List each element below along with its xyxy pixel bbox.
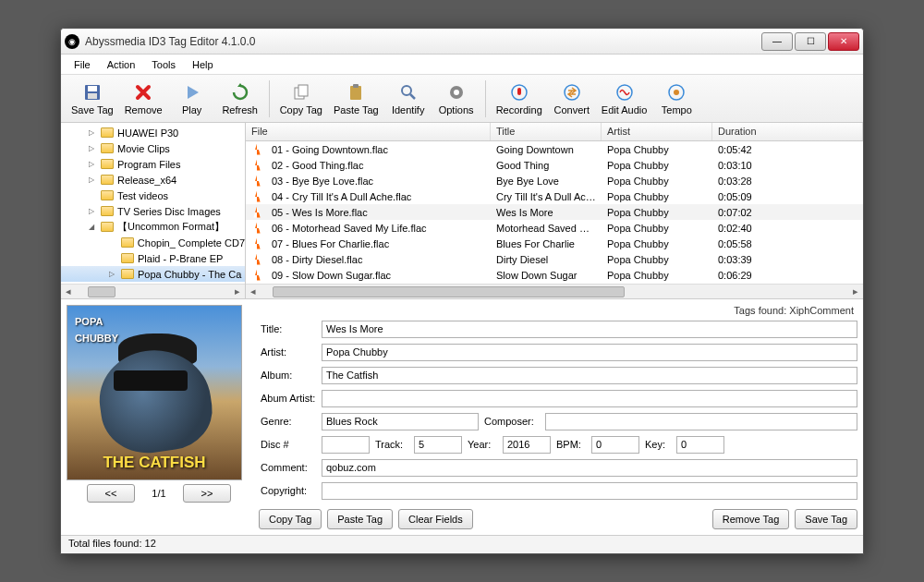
disc-field[interactable] — [322, 436, 370, 454]
gear-icon — [446, 82, 467, 103]
save-tag-button[interactable]: Save Tag — [67, 78, 118, 120]
album-art[interactable]: POPACHUBBY THE CATFISH — [67, 305, 242, 480]
remove-tag-button[interactable]: Remove Tag — [712, 509, 790, 529]
expander-icon[interactable]: ▷ — [87, 176, 95, 184]
paste-tag-button[interactable]: Paste Tag — [329, 78, 383, 120]
remove-button[interactable]: Remove — [120, 78, 167, 120]
tree-label: Plaid - P-Brane EP — [138, 253, 223, 264]
tree-item[interactable]: ▷Movie Clips — [61, 140, 245, 156]
key-field[interactable] — [676, 436, 724, 454]
scroll-left-icon[interactable]: ◂ — [246, 285, 261, 298]
refresh-button[interactable]: Refresh — [217, 78, 263, 120]
expander-icon[interactable] — [87, 191, 95, 200]
mic-icon — [509, 82, 529, 103]
table-row[interactable]: 08 - Dirty Diesel.flacDirty DieselPopa C… — [246, 251, 863, 267]
refresh-icon — [230, 82, 250, 103]
col-title[interactable]: Title — [491, 123, 602, 140]
bpm-field[interactable] — [591, 436, 639, 454]
edit-audio-button[interactable]: Edit Audio — [597, 78, 652, 120]
save-tag-form-button[interactable]: Save Tag — [795, 509, 857, 529]
album-field[interactable] — [322, 367, 857, 384]
expander-icon[interactable]: ▷ — [107, 270, 116, 278]
svg-line-8 — [410, 94, 415, 99]
title-field[interactable] — [322, 321, 857, 338]
table-row[interactable]: 09 - Slow Down Sugar.flacSlow Down Sugar… — [246, 267, 863, 283]
expander-icon[interactable] — [107, 254, 116, 262]
art-prev-button[interactable]: << — [87, 484, 135, 503]
menu-file[interactable]: File — [67, 57, 98, 72]
scroll-thumb[interactable] — [88, 286, 116, 297]
list-h-scrollbar[interactable]: ◂ ▸ — [246, 284, 863, 298]
tree-item[interactable]: ◢【Uncommon Format】 — [61, 219, 245, 235]
tree-item[interactable]: ▷Program Files — [61, 156, 245, 172]
table-row[interactable]: 06 - Motorhead Saved My Life.flacMotorhe… — [246, 220, 863, 236]
close-button[interactable]: ✕ — [828, 32, 859, 51]
copy-tag-button[interactable]: Copy Tag — [275, 78, 327, 120]
expander-icon[interactable]: ▷ — [87, 144, 95, 152]
col-duration[interactable]: Duration — [712, 123, 863, 140]
table-row[interactable]: 02 - Good Thing.flacGood ThingPopa Chubb… — [246, 157, 863, 173]
folder-tree[interactable]: ▷HUAWEI P30▷Movie Clips▷Program Files▷Re… — [61, 123, 245, 284]
col-file[interactable]: File — [246, 123, 491, 140]
identify-button[interactable]: Identify — [385, 78, 432, 120]
minimize-button[interactable]: — — [761, 32, 793, 51]
vlc-icon — [251, 223, 262, 234]
tree-h-scrollbar[interactable]: ◂ ▸ — [61, 284, 245, 298]
tree-label: Popa Chubby - The Ca — [138, 269, 241, 280]
tree-item[interactable]: Plaid - P-Brane EP — [61, 250, 245, 266]
menu-tools[interactable]: Tools — [144, 57, 183, 72]
expander-icon[interactable]: ▷ — [87, 207, 95, 215]
toolbar-sep — [269, 80, 270, 117]
file-list-pane: File Title Artist Duration 01 - Going Do… — [246, 123, 863, 298]
clear-fields-button[interactable]: Clear Fields — [398, 509, 473, 529]
expander-icon[interactable]: ◢ — [87, 223, 95, 231]
scroll-right-icon[interactable]: ▸ — [230, 285, 245, 298]
tempo-button[interactable]: Tempo — [653, 78, 699, 120]
album-artist-field[interactable] — [322, 390, 857, 407]
expander-icon[interactable] — [107, 238, 116, 247]
main-split: ▷HUAWEI P30▷Movie Clips▷Program Files▷Re… — [61, 123, 863, 299]
art-next-button[interactable]: >> — [183, 484, 231, 503]
paste-tag-button[interactable]: Paste Tag — [327, 509, 393, 529]
genre-field[interactable] — [322, 413, 479, 430]
tree-item[interactable]: ▷Release_x64 — [61, 172, 245, 188]
cell-artist: Popa Chubby — [602, 238, 712, 249]
comment-field[interactable] — [322, 459, 857, 477]
tree-item[interactable]: ▷TV Series Disc Images — [61, 203, 245, 219]
svg-point-10 — [454, 90, 459, 95]
artist-field[interactable] — [322, 344, 857, 361]
statusbar: Total files found: 12 — [61, 535, 863, 553]
copyright-field[interactable] — [322, 482, 857, 500]
expander-icon[interactable]: ▷ — [87, 160, 95, 168]
scroll-right-icon[interactable]: ▸ — [848, 285, 863, 298]
play-button[interactable]: Play — [169, 78, 215, 120]
tree-item[interactable]: Chopin_ Complete CD7 — [61, 235, 245, 250]
year-field[interactable] — [503, 436, 551, 454]
composer-field[interactable] — [545, 413, 857, 430]
col-artist[interactable]: Artist — [602, 123, 712, 140]
table-row[interactable]: 03 - Bye Bye Love.flacBye Bye LovePopa C… — [246, 173, 863, 188]
menu-help[interactable]: Help — [185, 57, 221, 72]
table-row[interactable]: 01 - Going Downtown.flacGoing DowntownPo… — [246, 141, 863, 157]
table-row[interactable]: 05 - Wes Is More.flacWes Is MorePopa Chu… — [246, 204, 863, 220]
file-list[interactable]: 01 - Going Downtown.flacGoing DowntownPo… — [246, 141, 863, 284]
menu-action[interactable]: Action — [100, 57, 143, 72]
scroll-thumb[interactable] — [273, 286, 626, 297]
maximize-button[interactable]: ☐ — [795, 32, 826, 51]
table-row[interactable]: 07 - Blues For Charlie.flacBlues For Cha… — [246, 236, 863, 251]
copy-tag-button[interactable]: Copy Tag — [259, 509, 322, 529]
track-field[interactable] — [414, 436, 462, 454]
tree-item[interactable]: ▷HUAWEI P30 — [61, 125, 245, 140]
expander-icon[interactable]: ▷ — [87, 128, 95, 137]
cell-title: Blues For Charlie — [491, 238, 602, 249]
tree-item[interactable]: Test videos — [61, 188, 245, 203]
convert-button[interactable]: Convert — [549, 78, 595, 120]
table-row[interactable]: 04 - Cry Till It's A Dull Ache.flacCry T… — [246, 188, 863, 204]
options-button[interactable]: Options — [433, 78, 480, 120]
cell-duration: 0:05:58 — [712, 238, 863, 249]
tree-item[interactable]: ▷Popa Chubby - The Ca — [61, 266, 245, 282]
tags-found-label: Tags found: XiphComment — [259, 305, 857, 316]
scroll-left-icon[interactable]: ◂ — [61, 285, 76, 298]
paste-icon — [346, 82, 366, 103]
recording-button[interactable]: Recording — [492, 78, 547, 120]
